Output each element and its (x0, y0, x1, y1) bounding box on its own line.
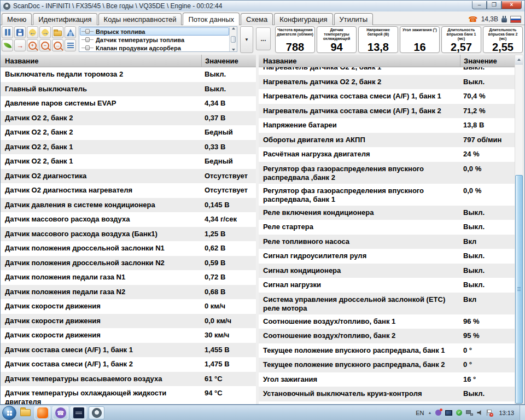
table-row[interactable]: Датчик положения педали газа N20,68 В (1, 285, 256, 300)
graph-button[interactable] (65, 26, 76, 38)
taskbar-clock[interactable]: 13:13 (497, 410, 516, 416)
table-row[interactable]: Система управления дроссельной заслонкой… (259, 293, 516, 314)
scandoc-taskbar-button[interactable] (89, 406, 104, 419)
table-row[interactable]: Соотношение воздух/топливо, банк 295 % (259, 329, 516, 343)
table-row[interactable]: Нагреватель датчика О2 2, банк 1Выкл. (259, 67, 516, 75)
table-row[interactable]: Датчик О2 2, банк 1Бедный (1, 154, 256, 169)
display-tray-icon[interactable] (445, 410, 452, 416)
scroll-up-button[interactable] (515, 55, 523, 65)
channel-item-1[interactable]: Впрыск топлива (80, 27, 229, 36)
param-name: Установочный выключатель круиз-контроля (259, 389, 460, 400)
table-row[interactable]: Частота вращения двигателя788 об/мин (259, 401, 516, 405)
table-row[interactable]: Датчик О2 диагностикаОтсутствует (1, 169, 256, 184)
zoom-in-button[interactable] (27, 39, 38, 51)
maximize-button[interactable]: ❐ (487, 1, 501, 9)
viber-taskbar-button[interactable] (52, 406, 68, 419)
russia-flag-icon[interactable] (510, 16, 521, 23)
start-button[interactable] (2, 406, 16, 420)
table-row[interactable]: Датчик положения педали газа N10,72 В (1, 270, 256, 285)
save-button[interactable] (14, 26, 26, 38)
tab-data-stream[interactable]: Поток данных (183, 13, 240, 25)
table-row[interactable]: Датчик положения дроссельной заслонки N2… (1, 256, 256, 271)
table-row[interactable]: Установочный выключатель круиз-контроляВ… (259, 387, 516, 401)
language-indicator[interactable]: EN (416, 410, 424, 416)
table-row[interactable]: Расчётная нагрузка двигателя24 % (259, 147, 516, 162)
zoom-fit-button[interactable] (52, 39, 63, 51)
show-hidden-icons-button[interactable]: ▲ (428, 411, 432, 415)
minimize-button[interactable]: – (472, 1, 487, 9)
table-row[interactable]: Текущее положение впускного распредвала,… (259, 358, 516, 372)
table-row[interactable]: Нагреватель датчика состава смеси (A/F) … (259, 104, 516, 119)
forward-button[interactable] (39, 26, 51, 38)
browser-taskbar-button[interactable] (34, 406, 50, 419)
table-row[interactable]: Датчик скорости движения0,0 км/ч (1, 314, 256, 329)
tab-scheme[interactable]: Схема (241, 13, 273, 25)
table-row[interactable]: Текущее положение впускного распредвала,… (259, 343, 516, 358)
table-row[interactable]: Сигнал гидроусилителя руляВыкл. (259, 249, 516, 264)
channel-item-2[interactable]: Датчик температуры топлива (80, 36, 229, 44)
table-row[interactable]: Реле стартераВыкл. (259, 220, 516, 235)
network-tray-icon[interactable] (466, 410, 473, 416)
scrollbar-thumb[interactable] (231, 36, 236, 43)
list-view-button[interactable] (65, 39, 76, 51)
table-row[interactable]: Регулятор фаз газораспределения впускног… (259, 184, 516, 206)
tab-fault-codes[interactable]: Коды неисправностей (98, 13, 182, 25)
table-row[interactable]: Главный выключательВыкл. (1, 82, 256, 97)
exit-button[interactable] (14, 39, 26, 51)
viber-tray-icon[interactable] (435, 410, 441, 416)
antivirus-tray-icon[interactable]: ✓ (456, 410, 462, 416)
table-row[interactable]: Регулятор фаз газораспределения впускног… (259, 162, 516, 184)
table-row[interactable]: Сигнал нагрузкиВыкл. (259, 278, 516, 293)
zoom-out-button[interactable] (39, 39, 51, 51)
table-row[interactable]: Сигнал кондиционераВыкл. (259, 264, 516, 278)
tab-menu[interactable]: Меню (2, 13, 32, 25)
table-row[interactable]: Датчик состава смеси (A/F) 1, банк 21,47… (1, 357, 256, 372)
table-row[interactable]: Датчик О2 2, банк 10,33 В (1, 140, 256, 155)
gauge-panel-6: Длительность впрыска банк 2 (мс)2,55 (483, 26, 523, 53)
table-row[interactable]: Датчик скорости движения30 км/ч (1, 328, 256, 343)
show-desktop-button[interactable] (520, 405, 525, 420)
table-row[interactable]: Давление паров системы EVAP4,34 В (1, 96, 256, 111)
table-row[interactable]: Датчик О2 2, банк 20,37 В (1, 111, 256, 126)
table-row[interactable]: Реле топливного насосаВкл (259, 235, 516, 249)
channel-dropdown-button[interactable]: ▼ (240, 26, 253, 53)
table-row[interactable]: Датчик скорости движения0 км/ч (1, 299, 256, 314)
table-row[interactable]: Датчик температуры всасываемого воздуха6… (1, 372, 256, 387)
table-row[interactable]: Нагреватель датчика О2 2, банк 2Выкл. (259, 75, 516, 90)
table-row[interactable]: Напряжение батареи13,8 В (259, 118, 516, 133)
table-row[interactable]: Соотношение воздух/топливо, банк 196 % (259, 314, 516, 329)
table-row[interactable]: Датчик массового расхода воздуха (Банк1)… (1, 227, 256, 242)
open-button[interactable] (52, 26, 63, 38)
tab-utilities[interactable]: Утилиты (334, 13, 374, 25)
tab-configuration[interactable]: Конфигурация (274, 13, 332, 25)
table-row[interactable]: Датчик массового расхода воздуха4,34 г/с… (1, 212, 256, 227)
table-row[interactable]: Угол зажигания16 ° (259, 372, 516, 387)
table-row[interactable]: Датчик температуры охлаждающей жидкости … (1, 386, 256, 404)
table-row[interactable]: Датчик положения дроссельной заслонки N1… (1, 241, 256, 256)
table-row[interactable]: Датчик состава смеси (A/F) 1, банк 11,45… (1, 343, 256, 358)
action-center-icon[interactable]: × (486, 410, 493, 416)
param-value: 61 °C (201, 375, 256, 385)
table-scrollbar[interactable] (515, 55, 523, 404)
table-row[interactable]: Нагреватель датчика состава смеси (A/F) … (259, 89, 516, 104)
scroll-up-icon[interactable] (232, 27, 235, 30)
table-row[interactable]: Датчик О2 2, банк 2Бедный (1, 125, 256, 140)
table-row[interactable]: Датчик О2 диагностика нагревателяОтсутст… (1, 183, 256, 198)
volume-tray-icon[interactable] (477, 410, 482, 416)
channel-item-3[interactable]: Клапан продувки адсорбера (80, 44, 229, 52)
explorer-button[interactable] (20, 409, 31, 416)
tab-identification[interactable]: Идентификация (33, 13, 97, 25)
back-button[interactable] (27, 26, 38, 38)
more-channels-button[interactable]: ... (256, 27, 271, 50)
table-row[interactable]: Датчик давления в системе кондиционера0,… (1, 198, 256, 213)
eco-button[interactable] (2, 39, 13, 51)
table-row[interactable]: Реле включения кондиционераВыкл. (259, 206, 516, 220)
close-button[interactable]: × (501, 1, 522, 9)
media-taskbar-button[interactable] (71, 406, 86, 419)
table-row[interactable]: Обороты двигателя из АКПП797 об/мин (259, 133, 516, 148)
table-row[interactable]: Выключатель педали торомоза 2Выкл. (1, 67, 256, 82)
channel-scrollbar[interactable] (229, 27, 237, 51)
pause-button[interactable] (2, 26, 13, 38)
scrollbar-thumb[interactable] (515, 175, 523, 404)
scroll-down-icon[interactable] (232, 49, 235, 51)
